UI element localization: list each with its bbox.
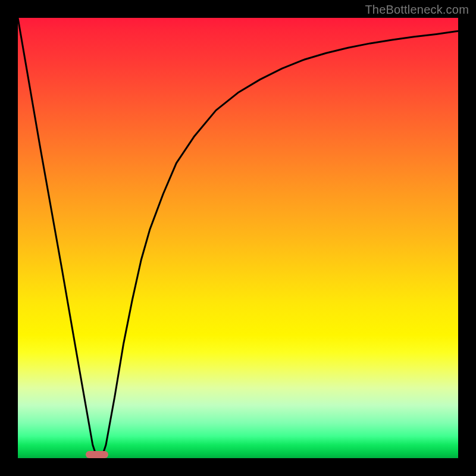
watermark-text: TheBottleneck.com xyxy=(365,3,469,17)
curve-svg xyxy=(18,18,458,458)
bottleneck-curve xyxy=(18,18,458,458)
plot-area xyxy=(18,18,458,458)
optimal-zone-marker xyxy=(86,451,108,458)
